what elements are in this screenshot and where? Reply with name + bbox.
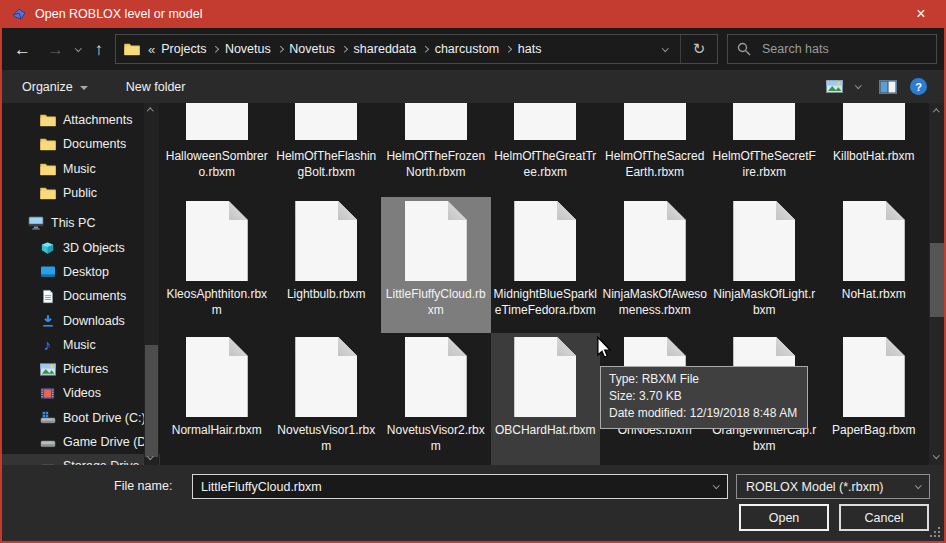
sidebar-scrollbar-thumb[interactable] (145, 345, 158, 457)
recent-locations-chevron-icon[interactable] (75, 45, 81, 51)
address-dropdown-chevron-icon[interactable] (662, 45, 668, 51)
organize-dropdown-icon (80, 86, 88, 90)
file-tile[interactable]: HelmOfTheSacredEarth.rbxm (600, 103, 710, 197)
sidebar-item-downloads[interactable]: Downloads (2, 308, 160, 332)
file-tile[interactable]: KleosAphthiton.rbxm (162, 197, 272, 333)
help-button[interactable]: ? (910, 78, 927, 95)
sidebar-item-label: Documents (63, 289, 126, 303)
breadcrumb-item-novetus[interactable]: Novetus (283, 42, 341, 56)
file-name-label: NovetusVisor1.rbxm (274, 423, 379, 454)
forward-icon[interactable]: → (47, 41, 64, 58)
download-icon (39, 313, 56, 328)
file-list-scrollbar[interactable] (929, 103, 945, 465)
open-button-label: Open (769, 511, 800, 525)
command-toolbar: Organize New folder ? (2, 70, 944, 103)
file-tile[interactable]: HelmOfTheGreatTree.rbxm (491, 103, 601, 197)
open-button[interactable]: Open (739, 504, 829, 531)
pc-icon (27, 216, 44, 231)
cube-icon (39, 240, 56, 255)
sidebar-item-label: Attachments (63, 113, 132, 127)
file-name-label: Lightbulb.rbxm (287, 287, 366, 303)
sidebar-scrollbar[interactable] (144, 103, 159, 465)
close-button[interactable]: × (898, 0, 944, 28)
sidebar-item-music[interactable]: ♪Music (2, 333, 160, 357)
sidebar-item-storage-drive-g[interactable]: Storage Drive (G (2, 454, 160, 465)
file-name-label: MidnightBlueSparkleTimeFedora.rbxm (493, 287, 598, 318)
sidebar-item-game-drive-d[interactable]: Game Drive (D:) (2, 430, 160, 454)
refresh-icon[interactable]: ↻ (681, 40, 717, 58)
file-tile[interactable]: NovetusVisor1.rbxm (272, 333, 382, 465)
sidebar-item-public[interactable]: Public (2, 181, 160, 205)
search-box[interactable] (727, 34, 937, 64)
file-tile[interactable]: HelmOfTheFlashingBolt.rbxm (272, 103, 382, 197)
page-fold-icon (229, 337, 248, 356)
file-tile[interactable]: NinjaMaskOfAwesomeness.rbxm (600, 197, 710, 333)
title-bar[interactable]: Open ROBLOX level or model × (2, 0, 944, 28)
file-name-label: File name: (114, 479, 172, 493)
file-tile[interactable]: HelmOfTheSecretFire.rbxm (710, 103, 820, 197)
scroll-down-icon[interactable] (933, 452, 939, 458)
file-name-label: NinjaMaskOfLight.rbxm (712, 287, 817, 318)
file-tile[interactable]: PaperBag.rbxm (819, 333, 929, 465)
file-tile[interactable]: MidnightBlueSparkleTimeFedora.rbxm (491, 197, 601, 333)
sidebar-item-label: Music (63, 338, 96, 352)
file-tile[interactable]: NoHat.rbxm (819, 197, 929, 333)
organize-button[interactable]: Organize (22, 80, 88, 94)
up-icon[interactable]: ↑ (95, 41, 104, 58)
file-tile[interactable]: NormalHair.rbxm (162, 333, 272, 465)
file-list-scrollbar-thumb[interactable] (930, 243, 945, 317)
sidebar-item-pictures[interactable]: Pictures (2, 357, 160, 381)
file-tile[interactable]: NinjaMaskOfLight.rbxm (710, 197, 820, 333)
search-input[interactable] (760, 41, 927, 57)
sidebar-item-label: This PC (51, 216, 95, 230)
breadcrumb-item-novetus[interactable]: Novetus (219, 42, 277, 56)
breadcrumb-item-hats[interactable]: hats (512, 42, 548, 56)
breadcrumb-overflow-icon[interactable]: « (148, 42, 155, 57)
sidebar-item-label: Videos (63, 386, 101, 400)
breadcrumb-item-shareddata[interactable]: shareddata (348, 42, 423, 56)
resize-grip-icon[interactable] (929, 526, 940, 537)
cancel-button[interactable]: Cancel (839, 504, 929, 531)
sidebar-item-desktop[interactable]: Desktop (2, 260, 160, 284)
file-name-label: HalloweenSombrero.rbxm (164, 149, 269, 180)
file-name-input[interactable] (193, 480, 714, 494)
file-name-dropdown-icon[interactable] (713, 482, 719, 488)
tooltip-line: Type: RBXM File (609, 371, 797, 388)
new-folder-button[interactable]: New folder (126, 80, 186, 94)
file-name-label: LittleFluffyCloud.rbxm (383, 287, 488, 318)
preview-pane-button[interactable] (879, 80, 897, 94)
folder-icon (124, 42, 140, 56)
sidebar-item-3d-objects[interactable]: 3D Objects (2, 235, 160, 259)
back-icon[interactable]: ← (14, 41, 31, 58)
page-fold-icon (338, 201, 357, 220)
file-tile[interactable]: NovetusVisor2.rbxm (381, 333, 491, 465)
view-dropdown-chevron-icon[interactable] (855, 82, 861, 88)
sidebar-item-attachments[interactable]: Attachments (2, 108, 160, 132)
breadcrumb-item-projects[interactable]: Projects (155, 42, 212, 56)
sidebar-item-documents[interactable]: Documents (2, 284, 160, 308)
file-name-label: HelmOfTheFrozenNorth.rbxm (383, 149, 488, 180)
address-bar[interactable]: « ProjectsNovetusNovetusshareddatacharcu… (115, 34, 718, 64)
file-tile[interactable]: KillbotHat.rbxm (819, 103, 929, 197)
page-fold-icon (776, 337, 795, 356)
sidebar-item-videos[interactable]: Videos (2, 381, 160, 405)
file-tile[interactable]: OBCHardHat.rbxm (491, 333, 601, 465)
change-view-button[interactable] (826, 80, 843, 93)
file-name-combo (192, 474, 728, 499)
scroll-up-icon[interactable] (933, 109, 939, 115)
rbxm-file-icon (186, 103, 248, 140)
file-tile[interactable]: HalloweenSombrero.rbxm (162, 103, 272, 197)
scroll-up-icon[interactable] (147, 108, 153, 114)
sidebar-item-documents[interactable]: Documents (2, 132, 160, 156)
breadcrumb-item-charcustom[interactable]: charcustom (429, 42, 506, 56)
file-tile[interactable]: HelmOfTheFrozenNorth.rbxm (381, 103, 491, 197)
file-type-select[interactable]: ROBLOX Model (*.rbxm) (736, 474, 930, 499)
page-fold-icon (667, 337, 686, 356)
sidebar-item-boot-drive-c[interactable]: Boot Drive (C:) (2, 406, 160, 430)
sidebar-item-music[interactable]: Music (2, 157, 160, 181)
sidebar-item-this-pc[interactable]: This PC (2, 211, 160, 235)
sidebar-list: AttachmentsDocumentsMusicPublicThis PC3D… (2, 108, 160, 465)
file-tile[interactable]: Lightbulb.rbxm (272, 197, 382, 333)
breadcrumb-list: ProjectsNovetusNovetusshareddatacharcust… (155, 42, 547, 56)
file-tile[interactable]: LittleFluffyCloud.rbxm (381, 197, 491, 333)
